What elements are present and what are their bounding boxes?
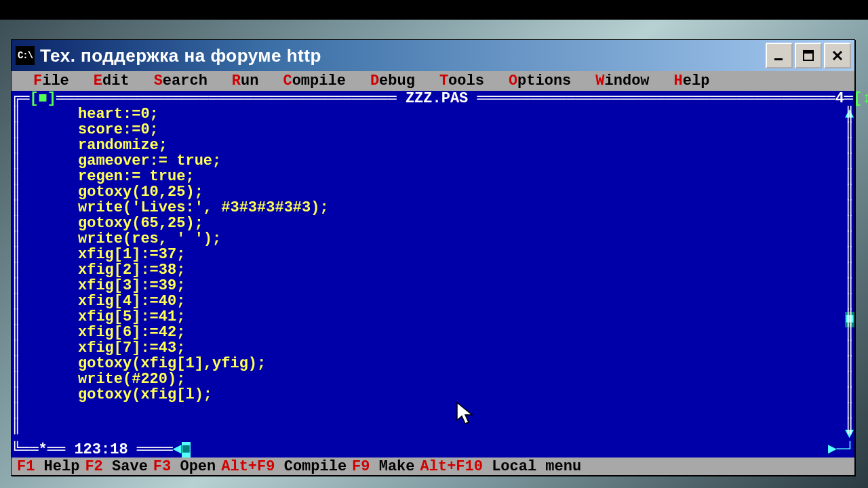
- code-line[interactable]: xfig[1]:=37;: [21, 247, 845, 262]
- code-line[interactable]: gotoxy(10,25);: [21, 184, 845, 200]
- menu-edit[interactable]: Edit: [81, 73, 142, 89]
- hint-help[interactable]: F1 Help: [14, 459, 82, 474]
- code-line[interactable]: xfig[7]:=43;: [21, 340, 845, 356]
- menu-options[interactable]: Options: [496, 73, 583, 89]
- code-line[interactable]: score:=0;: [21, 122, 845, 138]
- editor-window: ╔═[■]═══════════════════════════════════…: [12, 91, 854, 458]
- menu-debug[interactable]: Debug: [358, 73, 427, 89]
- window-titlebar[interactable]: C:\ Тех. поддержка на форуме http: [12, 40, 854, 71]
- hscroll-track[interactable]: ════════════════════════════════════════…: [191, 442, 827, 458]
- code-line[interactable]: regen:= true;: [21, 169, 845, 184]
- code-area[interactable]: heart:=0; score:=0; randomize; gameover:…: [21, 106, 845, 442]
- code-line[interactable]: xfig[3]:=39;: [21, 278, 845, 293]
- menu-tools[interactable]: Tools: [427, 73, 496, 89]
- hint-save[interactable]: F2 Save: [82, 459, 150, 474]
- menu-window[interactable]: Window: [583, 73, 661, 89]
- code-line[interactable]: gotoxy(xfig[1],yfig);: [21, 356, 845, 371]
- menu-run[interactable]: Run: [220, 73, 271, 89]
- hint-open[interactable]: F3 Open: [151, 459, 218, 474]
- code-line[interactable]: write(res, ' ');: [21, 231, 845, 247]
- editor-filename: ZZZ.PAS: [406, 91, 468, 106]
- code-line[interactable]: xfig[5]:=41;: [21, 309, 845, 325]
- scroll-right-icon[interactable]: ►: [827, 442, 836, 458]
- code-line[interactable]: heart:=0;: [21, 106, 845, 122]
- status-bar: F1 Help F2 Save F3 Open Alt+F9 Compile F…: [12, 458, 854, 475]
- frame-right: ║║║║║║║║║║║║║║║║║║║║║: [845, 106, 854, 442]
- application-window: C:\ Тех. поддержка на форуме http File: [11, 39, 855, 476]
- code-line[interactable]: xfig[4]:=40;: [21, 293, 845, 309]
- hint-local-menu[interactable]: Alt+F10 Local menu: [418, 459, 585, 474]
- desktop-background: C:\ Тех. поддержка на форуме http File: [0, 0, 868, 488]
- window-number: 4: [835, 91, 844, 106]
- svg-rect-0: [774, 58, 783, 60]
- hint-compile[interactable]: Alt+F9 Compile: [218, 459, 349, 474]
- svg-rect-2: [804, 51, 813, 54]
- cmd-icon: C:\: [16, 46, 35, 65]
- code-line[interactable]: xfig[6]:=42;: [21, 325, 845, 340]
- menu-file[interactable]: File: [21, 73, 81, 89]
- hint-make[interactable]: F9 Make: [349, 459, 417, 474]
- menu-search[interactable]: Search: [142, 73, 220, 89]
- maximize-button[interactable]: [795, 43, 822, 68]
- tui-screen: File Edit Search Run Compile Debug Tools…: [12, 71, 854, 475]
- client-area: File Edit Search Run Compile Debug Tools…: [12, 71, 854, 475]
- hscroll-thumb[interactable]: ■: [182, 442, 191, 458]
- code-line[interactable]: write(#220);: [21, 371, 845, 387]
- window-title: Тех. поддержка на форуме http: [40, 45, 766, 66]
- menu-bar: File Edit Search Run Compile Debug Tools…: [12, 71, 854, 91]
- code-line[interactable]: write('Lives:', #3#3#3#3#3);: [21, 200, 845, 216]
- close-button[interactable]: [824, 43, 851, 68]
- frame-top: ╔═[■]═══════════════════════════════════…: [12, 91, 854, 106]
- close-box-icon[interactable]: [■]: [29, 91, 56, 106]
- cursor-position: 123:18: [74, 442, 127, 458]
- modified-icon: *: [39, 442, 47, 458]
- frame-bottom: ╚══*══ 123:18 ════◄■════════════════════…: [12, 442, 854, 458]
- zoom-box-icon[interactable]: [↕]: [853, 91, 868, 106]
- code-line[interactable]: xfig[2]:=38;: [21, 262, 845, 278]
- minimize-button[interactable]: [766, 43, 793, 68]
- window-buttons: [766, 43, 851, 68]
- resize-corner-icon[interactable]: ─┘: [837, 442, 854, 458]
- code-line[interactable]: gameover:= true;: [21, 153, 845, 169]
- code-line[interactable]: gotoxy(xfig[l);: [21, 387, 845, 403]
- top-letterbox: [0, 0, 868, 20]
- scroll-left-icon[interactable]: ◄: [173, 442, 182, 458]
- menu-compile[interactable]: Compile: [271, 73, 357, 89]
- menu-help[interactable]: Help: [662, 73, 722, 89]
- code-line[interactable]: randomize;: [21, 138, 845, 153]
- code-line[interactable]: gotoxy(65,25);: [21, 216, 845, 231]
- frame-left: ║║║║║║║║║║║║║║║║║║║║║: [12, 106, 21, 442]
